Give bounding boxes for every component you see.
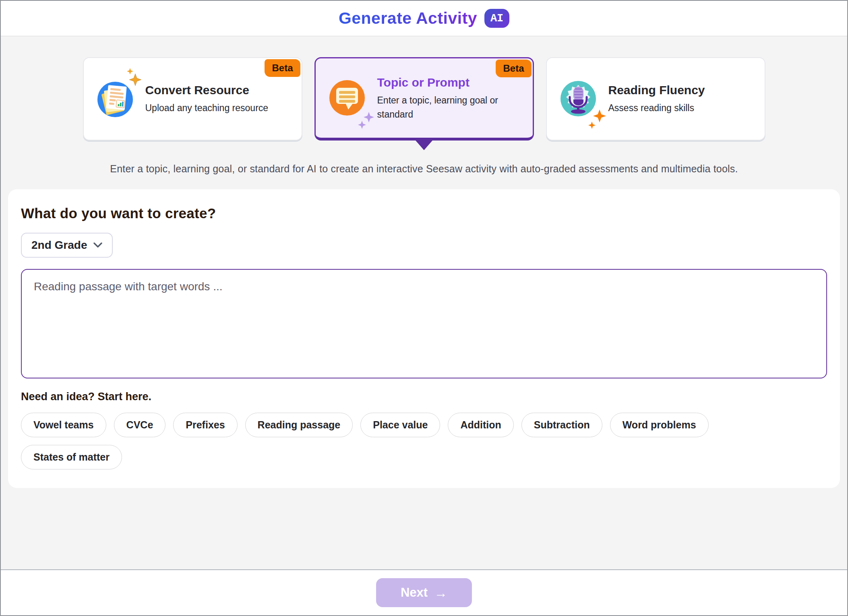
- card-title: Reading Fluency: [608, 83, 705, 97]
- ai-badge: AI: [484, 9, 509, 28]
- card-topic-or-prompt[interactable]: Beta Topic or Prompt: [314, 57, 534, 141]
- beta-badge: Beta: [265, 59, 300, 77]
- idea-chip-prefixes[interactable]: Prefixes: [173, 413, 237, 437]
- main-content: Beta: [1, 36, 847, 569]
- idea-chip-states-of-matter[interactable]: States of matter: [21, 445, 122, 469]
- footer-bar: Next →: [1, 569, 847, 615]
- sparkle-icon: [127, 68, 133, 74]
- sparkle-icon: [593, 110, 606, 122]
- beta-badge: Beta: [496, 60, 531, 77]
- mode-subtitle: Enter a topic, learning goal, or standar…: [1, 163, 847, 175]
- page-title: Generate Activity: [339, 9, 477, 28]
- idea-chip-word-problems[interactable]: Word problems: [610, 413, 709, 437]
- card-reading-fluency[interactable]: Reading Fluency Assess reading skills: [546, 57, 765, 141]
- form-heading: What do you want to create?: [21, 205, 827, 221]
- card-title: Topic or Prompt: [377, 76, 521, 89]
- idea-chips-row: Vowel teams CVCe Prefixes Reading passag…: [21, 413, 827, 437]
- idea-chip-reading-passage[interactable]: Reading passage: [245, 413, 353, 437]
- header-bar: Generate Activity AI: [1, 1, 847, 36]
- grade-dropdown[interactable]: 2nd Grade: [21, 233, 113, 258]
- idea-chip-place-value[interactable]: Place value: [360, 413, 440, 437]
- prompt-input[interactable]: [21, 269, 827, 378]
- arrow-right-icon: →: [434, 586, 447, 599]
- card-description: Upload any teaching resource: [145, 101, 269, 115]
- idea-chip-addition[interactable]: Addition: [448, 413, 513, 437]
- grade-dropdown-value: 2nd Grade: [31, 239, 87, 252]
- idea-chip-subtraction[interactable]: Subtraction: [521, 413, 602, 437]
- card-description: Enter a topic, learning goal or standard: [377, 93, 521, 121]
- card-convert-resource[interactable]: Beta: [83, 57, 302, 141]
- card-description: Assess reading skills: [608, 101, 705, 115]
- idea-chip-cvce[interactable]: CVCe: [114, 413, 166, 437]
- sparkle-icon: [358, 121, 366, 129]
- next-button-label: Next: [401, 585, 428, 600]
- mode-cards-row: Beta: [1, 57, 847, 141]
- create-form-panel: What do you want to create? 2nd Grade Ne…: [8, 189, 840, 488]
- chevron-down-icon: [93, 242, 102, 248]
- stacked-documents-icon: [96, 79, 135, 118]
- speech-bubble-icon: [328, 79, 367, 118]
- microphone-icon: [559, 79, 598, 118]
- next-button[interactable]: Next →: [376, 578, 472, 607]
- idea-chip-vowel-teams[interactable]: Vowel teams: [21, 413, 106, 437]
- sparkle-icon: [129, 74, 141, 86]
- ideas-heading: Need an idea? Start here.: [21, 391, 827, 403]
- idea-chips-row: States of matter: [21, 445, 827, 469]
- card-title: Convert Resource: [145, 83, 269, 97]
- sparkle-icon: [588, 122, 596, 129]
